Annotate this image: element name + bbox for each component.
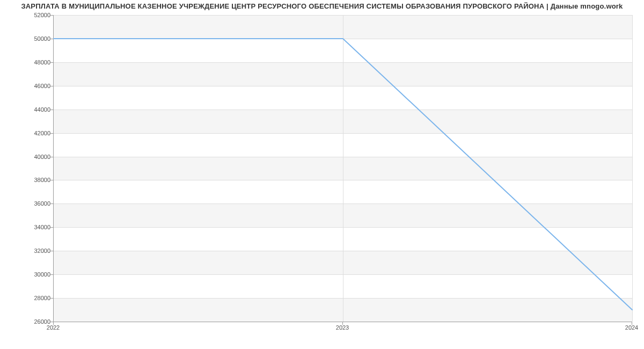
y-tick-mark: [50, 251, 53, 251]
y-tick-mark: [50, 62, 53, 63]
y-tick-mark: [50, 203, 53, 204]
y-tick-mark: [50, 298, 53, 299]
y-tick-mark: [50, 110, 53, 110]
y-tick-label: 50000: [24, 35, 50, 42]
y-tick-label: 34000: [24, 224, 50, 230]
y-tick-label: 44000: [24, 106, 50, 113]
x-tick-mark: [53, 322, 54, 325]
x-tick-mark: [342, 322, 343, 325]
x-tick-label: 2024: [625, 324, 638, 331]
x-tick-label: 2022: [47, 324, 60, 331]
y-tick-label: 46000: [24, 83, 50, 89]
y-tick-mark: [50, 274, 53, 275]
chart-container: ЗАРПЛАТА В МУНИЦИПАЛЬНОЕ КАЗЕННОЕ УЧРЕЖД…: [0, 0, 644, 349]
x-gridline: [632, 15, 633, 322]
y-tick-mark: [50, 15, 53, 16]
y-tick-label: 30000: [24, 271, 50, 278]
y-tick-label: 48000: [24, 59, 50, 66]
plot-area[interactable]: [53, 15, 632, 322]
y-tick-label: 52000: [24, 12, 50, 18]
y-tick-mark: [50, 133, 53, 134]
y-tick-mark: [50, 39, 53, 39]
series-svg: [54, 15, 632, 322]
y-tick-label: 40000: [24, 154, 50, 160]
series-line: [54, 39, 632, 310]
y-tick-label: 36000: [24, 200, 50, 207]
y-tick-mark: [50, 227, 53, 228]
y-tick-label: 38000: [24, 177, 50, 183]
x-tick-label: 2023: [336, 324, 349, 331]
x-tick-mark: [632, 322, 632, 325]
y-tick-label: 42000: [24, 130, 50, 136]
y-tick-mark: [50, 86, 53, 86]
y-tick-label: 32000: [24, 248, 50, 254]
chart-title: ЗАРПЛАТА В МУНИЦИПАЛЬНОЕ КАЗЕННОЕ УЧРЕЖД…: [0, 2, 644, 10]
y-tick-mark: [50, 180, 53, 180]
y-tick-label: 28000: [24, 295, 50, 301]
y-tick-mark: [50, 157, 53, 157]
